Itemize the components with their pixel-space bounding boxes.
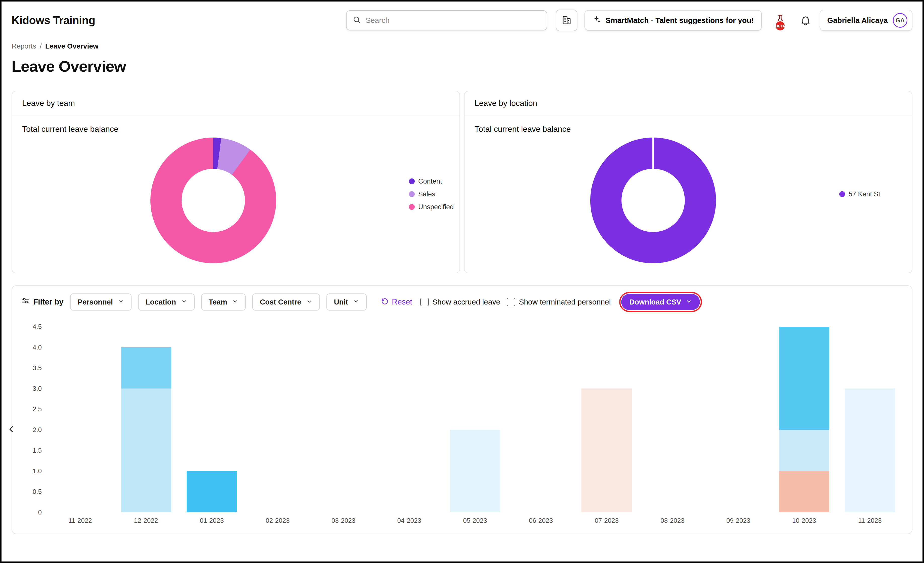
filter-location-dropdown[interactable]: Location bbox=[138, 293, 195, 310]
user-name: Gabriella Alicaya bbox=[827, 16, 888, 25]
legend-label: Unspecified bbox=[418, 203, 454, 211]
bar-column bbox=[179, 471, 245, 512]
y-axis-label: 4.5 bbox=[33, 323, 42, 331]
company-button[interactable] bbox=[556, 9, 578, 31]
y-axis-label: 1.5 bbox=[33, 446, 42, 454]
brand: Kidows Training bbox=[12, 14, 346, 27]
bar-segment bbox=[121, 347, 171, 388]
bar-plot-area bbox=[47, 326, 903, 512]
bar-segment bbox=[582, 388, 632, 512]
filter-unit-dropdown[interactable]: Unit bbox=[327, 293, 367, 310]
refresh-icon bbox=[381, 297, 389, 307]
smartmatch-label: SmartMatch - Talent suggestions for you! bbox=[606, 16, 754, 25]
legend-item: 57 Kent St bbox=[839, 190, 880, 198]
summary-cards: Leave by team Total current leave balanc… bbox=[12, 91, 912, 273]
y-axis-label: 2.0 bbox=[33, 426, 42, 434]
smartmatch-button[interactable]: SmartMatch - Talent suggestions for you! bbox=[585, 10, 762, 31]
team-legend: Content Sales Unspecified bbox=[409, 178, 454, 211]
bar-column bbox=[837, 388, 903, 512]
x-axis-label: 02-2023 bbox=[245, 517, 310, 524]
legend-item: Unspecified bbox=[409, 203, 454, 211]
y-axis-label: 0 bbox=[38, 508, 42, 516]
show-accrued-leave-checkbox[interactable]: Show accrued leave bbox=[420, 298, 500, 306]
leave-bar-chart: 00.51.01.52.02.53.03.54.04.5 11-202212-2… bbox=[21, 326, 903, 524]
legend-label: Sales bbox=[418, 190, 435, 198]
y-axis-label: 4.0 bbox=[33, 343, 42, 351]
sparkle-icon bbox=[592, 15, 601, 25]
chevron-down-icon bbox=[353, 298, 359, 306]
filter-bar: Filter by Personnel Location Team Cost C… bbox=[21, 293, 903, 310]
leave-chart-panel: Filter by Personnel Location Team Cost C… bbox=[12, 285, 912, 534]
bar-column bbox=[442, 430, 508, 512]
user-menu[interactable]: Gabriella Alicaya GA bbox=[820, 10, 912, 31]
leave-by-location-donut bbox=[590, 138, 716, 263]
bar-column bbox=[574, 388, 640, 512]
chevron-down-icon bbox=[232, 298, 238, 306]
chevron-down-icon bbox=[118, 298, 124, 306]
location-legend: 57 Kent St bbox=[839, 190, 880, 198]
bar-column bbox=[771, 326, 837, 512]
x-axis-label: 12-2022 bbox=[113, 517, 179, 524]
breadcrumb-reports[interactable]: Reports bbox=[12, 42, 36, 50]
card-title: Leave by location bbox=[465, 91, 912, 115]
beta-labs-button[interactable]: BETA bbox=[769, 9, 792, 32]
download-csv-button[interactable]: Download CSV bbox=[621, 294, 700, 310]
filter-by-label: Filter by bbox=[21, 297, 64, 307]
y-axis-label: 1.0 bbox=[33, 467, 42, 475]
legend-dot bbox=[409, 192, 415, 197]
x-axis-label: 08-2023 bbox=[639, 517, 705, 524]
filter-team-dropdown[interactable]: Team bbox=[201, 293, 246, 310]
chevron-down-icon bbox=[306, 298, 312, 306]
filter-cost-centre-dropdown[interactable]: Cost Centre bbox=[252, 293, 320, 310]
legend-label: Content bbox=[418, 178, 442, 185]
search-icon bbox=[352, 16, 361, 25]
bar-segment bbox=[845, 388, 895, 512]
top-bar: Kidows Training SmartMatch - Talent sugg… bbox=[2, 1, 922, 38]
y-axis-label: 0.5 bbox=[33, 488, 42, 496]
app-window: Kidows Training SmartMatch - Talent sugg… bbox=[0, 0, 924, 563]
bar-column bbox=[113, 347, 179, 512]
bar-segment bbox=[450, 430, 500, 512]
y-axis: 00.51.01.52.02.53.03.54.04.5 bbox=[21, 326, 42, 512]
x-axis-label: 06-2023 bbox=[508, 517, 574, 524]
y-axis-label: 3.0 bbox=[33, 385, 42, 392]
bar-segment bbox=[121, 388, 171, 512]
show-terminated-personnel-checkbox[interactable]: Show terminated personnel bbox=[507, 298, 610, 306]
breadcrumb: Reports / Leave Overview bbox=[12, 42, 922, 50]
search-box[interactable] bbox=[346, 10, 547, 30]
chevron-down-icon bbox=[181, 298, 187, 306]
notifications-button[interactable] bbox=[798, 14, 813, 27]
donut-hole bbox=[621, 169, 685, 232]
search-input[interactable] bbox=[365, 16, 541, 25]
leave-by-team-card: Leave by team Total current leave balanc… bbox=[12, 91, 460, 273]
reset-filters-button[interactable]: Reset bbox=[379, 297, 414, 307]
legend-dot bbox=[409, 204, 415, 210]
checkbox[interactable] bbox=[507, 298, 515, 306]
card-title: Leave by team bbox=[12, 91, 459, 115]
card-subtitle: Total current leave balance bbox=[475, 124, 571, 134]
avatar: GA bbox=[893, 13, 908, 28]
filter-personnel-dropdown[interactable]: Personnel bbox=[70, 293, 132, 310]
leave-by-location-card: Leave by location Total current leave ba… bbox=[464, 91, 912, 273]
x-axis-label: 09-2023 bbox=[705, 517, 771, 524]
breadcrumb-current: Leave Overview bbox=[45, 42, 99, 50]
x-axis-label: 11-2023 bbox=[837, 517, 903, 524]
legend-item: Sales bbox=[409, 190, 454, 198]
card-subtitle: Total current leave balance bbox=[22, 124, 118, 134]
y-axis-label: 3.5 bbox=[33, 364, 42, 372]
top-right-actions: SmartMatch - Talent suggestions for you!… bbox=[556, 9, 912, 32]
bar-segment bbox=[779, 471, 829, 512]
x-axis-label: 04-2023 bbox=[376, 517, 442, 524]
collapse-chevron-icon[interactable] bbox=[6, 424, 16, 435]
beta-badge: BETA bbox=[775, 21, 785, 31]
x-axis-label: 01-2023 bbox=[179, 517, 245, 524]
filter-sliders-icon bbox=[21, 297, 30, 307]
breadcrumb-separator: / bbox=[40, 42, 42, 50]
legend-item: Content bbox=[409, 178, 454, 185]
page-title: Leave Overview bbox=[12, 57, 922, 75]
bell-icon bbox=[800, 15, 811, 26]
checkbox[interactable] bbox=[420, 298, 429, 306]
chevron-down-icon bbox=[686, 298, 692, 306]
x-axis-label: 05-2023 bbox=[442, 517, 508, 524]
legend-label: 57 Kent St bbox=[849, 190, 880, 198]
